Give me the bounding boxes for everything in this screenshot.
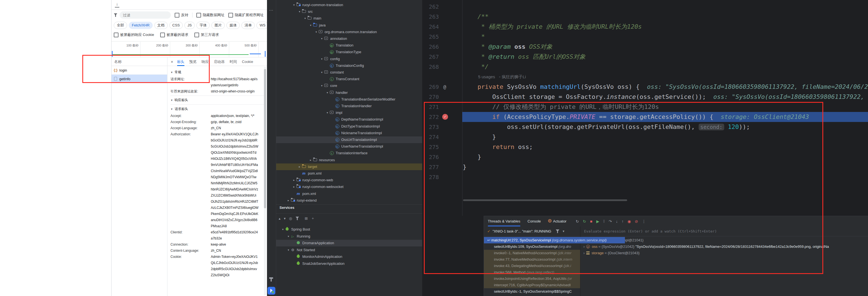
service-spring-boot[interactable]: ▾Spring Boot <box>276 226 427 233</box>
code-line-270[interactable]: OssClient storage = OssFactory.instance(… <box>462 92 868 102</box>
pause-icon[interactable]: ‖ <box>603 219 605 223</box>
services-icon[interactable] <box>268 287 275 295</box>
tree-item-ruoyi-common-web[interactable]: ▸ruoyi-common-web <box>276 177 422 184</box>
type-chip-[interactable]: 文档 <box>154 22 168 29</box>
code-line-278[interactable] <box>462 172 868 182</box>
tree-item-core[interactable]: ▾core <box>276 82 422 89</box>
tree-item-resources[interactable]: ▸resources <box>276 157 422 163</box>
network-filter-input[interactable] <box>120 11 171 19</box>
type-chip-ws[interactable]: WS <box>256 22 268 29</box>
tree-item-nicknametranslationimpl[interactable]: CNicknameTranslationImpl <box>276 130 422 136</box>
evaluate-expression-bar[interactable]: Evaluate expression (Enter) or add a wat… <box>580 226 868 236</box>
more-ellipsis-icon[interactable]: ⋯ <box>269 8 273 13</box>
detail-tab-响应[interactable]: 响应 <box>202 57 209 66</box>
tree-item-config[interactable]: ▾config <box>276 56 422 62</box>
variable-row-storage[interactable]: ›storage = {OssClient@21043} <box>580 250 868 256</box>
stack-frame-2[interactable]: invoke0:-1, NativeMethodAccessorImpl (jd… <box>484 250 580 256</box>
stop-icon[interactable]: ■ <box>590 219 592 223</box>
type-chip-css[interactable]: CSS <box>169 22 183 29</box>
type-chip-fetchxhr[interactable]: Fetch/XHR <box>129 22 153 29</box>
tree-item-ruoyi-extend[interactable]: ▸ruoyi-extend <box>276 197 422 204</box>
variable-row-oss[interactable]: ›poss = {SysOssVo@21042} "SysOssVo(ossId… <box>580 243 868 250</box>
stack-frame-9[interactable]: translation:25, OssUrlTranslationImpl (o… <box>484 295 580 296</box>
tree-item-pom-xml[interactable]: mpom.xml <box>276 190 422 197</box>
code-line-275[interactable]: return oss; <box>462 142 868 152</box>
code-line-262[interactable] <box>462 2 868 12</box>
filter-icon[interactable] <box>296 217 299 220</box>
thread-filter-icon[interactable] <box>556 230 559 233</box>
code-line-271[interactable]: // 仅修改桶类型为 private 的URL，临时URL时长为120s <box>462 102 868 112</box>
code-line-267[interactable]: * @return oss 匹配Url的OSS对象 <box>462 52 868 62</box>
code-line-264[interactable]: * 桶类型为 private 的URL 修改为临时URL时长为120s <box>462 22 868 32</box>
tree-item-ruoyi-common-websocket[interactable]: ▸ruoyi-common-websocket <box>276 184 422 190</box>
tree-item-translationinterface[interactable]: ITranslationInterface <box>276 150 422 157</box>
code-line-274[interactable]: } <box>462 132 868 142</box>
type-chip-[interactable]: 字体 <box>196 22 210 29</box>
stack-frame-1[interactable]: selectUrlByIds:109, SysOssServiceImpl (o… <box>484 243 580 250</box>
type-chip-[interactable]: 媒体 <box>226 22 240 29</box>
detail-scrollbar[interactable] <box>264 67 266 295</box>
request-row-getInfo[interactable]: getInfo <box>112 75 167 83</box>
expand-icon[interactable]: ▴ <box>279 216 281 220</box>
stack-frame-4[interactable]: invoke:43, DelegatingMethodAccessorImpl … <box>484 263 580 269</box>
type-chip-[interactable]: 全部 <box>114 22 127 29</box>
close-icon[interactable]: × <box>171 59 173 64</box>
code-line-272[interactable]: if (AccessPolicyType.PRIVATE == storage.… <box>462 112 868 122</box>
tree-item-translation[interactable]: @Translation <box>276 42 422 49</box>
code-line-277[interactable]: } <box>462 162 868 172</box>
annotated-gutter-icon[interactable]: @ <box>443 82 449 92</box>
debugger-tab-actuator[interactable]: Actuator <box>548 216 566 226</box>
service-monitoradminapplication[interactable]: MonitorAdminApplication <box>276 253 438 260</box>
code-line-276[interactable]: } <box>462 152 868 162</box>
tree-item-transconstant[interactable]: ITransConstant <box>276 76 422 82</box>
stack-frame-8[interactable]: selectUrlByIds:-1, SysOssServiceImpl$$Sp… <box>484 288 580 295</box>
code-line-263[interactable]: /** <box>462 12 868 22</box>
tree-item-main[interactable]: ▾main <box>276 15 422 22</box>
service-snailjobserverapplication[interactable]: SnailJobServerApplication <box>276 260 438 267</box>
code-line-268[interactable]: */ <box>462 62 868 72</box>
headers-section-title[interactable]: ▼请求标头 <box>170 106 265 112</box>
tree-item-deptnametranslationimpl[interactable]: CDeptNameTranslationImpl <box>276 116 422 123</box>
debugger-tab-console[interactable]: Console <box>528 216 541 226</box>
tree-item-impl[interactable]: ▾impl <box>276 109 422 116</box>
detail-tab-Cookie[interactable]: Cookie <box>242 57 253 66</box>
code-line-273[interactable]: oss.setUrl(storage.getPrivateUrl(oss.get… <box>462 122 868 132</box>
inlay-hint-usages[interactable]: 5 usages◦疯狂的狮子Li <box>463 72 526 82</box>
thread-selector[interactable]: ✓ "XNIO-1 task-3"... "main": RUNNING ▼ <box>484 226 580 236</box>
tree-item-annotation[interactable]: ▾annotation <box>276 35 422 42</box>
tree-item-ruoyi-common-translation[interactable]: ▾ruoyi-common-translation <box>276 2 422 8</box>
scrollbar-thumb[interactable] <box>264 69 266 208</box>
resume-icon[interactable]: ▶ <box>596 219 599 223</box>
stack-frame-5[interactable]: invoke:568, Method (java.lang.reflect) <box>484 269 580 275</box>
code-line-265[interactable]: * <box>462 32 868 42</box>
stack-frame-6[interactable]: invokeJoinpointUsingReflection:354, AopU… <box>484 275 580 282</box>
tree-item-target[interactable]: ▸target <box>276 163 422 170</box>
stack-frame-3[interactable]: invoke:77, NativeMethodAccessorImpl (jdk… <box>484 256 580 263</box>
invert-checkbox[interactable]: 反转 <box>175 12 188 18</box>
stack-frame-7[interactable]: intercept:716, CglibAopProxy$DynamicAdvi… <box>484 282 580 288</box>
tree-item-translationhandler[interactable]: CTranslationHandler <box>276 103 422 109</box>
code-line-266[interactable]: * @param oss OSS对象 <box>462 42 868 52</box>
hide-data-urls-checkbox[interactable]: 隐藏数据网址 <box>196 12 224 18</box>
request-table-name-header[interactable]: 名称 <box>112 57 167 66</box>
breakpoint-icon[interactable]: ✓ <box>442 114 448 120</box>
blocked-checkbox-0[interactable]: 被屏蔽的响应 Cookie <box>114 32 154 37</box>
build-hammer-icon[interactable] <box>269 277 273 281</box>
step-over-icon[interactable]: ↷ <box>609 219 612 223</box>
view-breakpoints-icon[interactable]: ◉ <box>627 219 631 223</box>
step-into-icon[interactable]: ↓ <box>616 219 618 223</box>
step-out-icon[interactable]: ↑ <box>622 219 623 223</box>
stack-frame-0[interactable]: ↩ matchingUrl:272, SysOssServiceImpl (or… <box>484 237 625 243</box>
tree-item-java[interactable]: ▾java <box>276 22 422 29</box>
hide-extension-urls-checkbox[interactable]: 隐藏扩展程序网址 <box>228 12 264 18</box>
type-chip-[interactable]: 图片 <box>211 22 225 29</box>
tree-item-translationtype[interactable]: @TranslationType <box>276 49 422 55</box>
service-running[interactable]: ▾▷Running <box>276 233 432 240</box>
tree-item-pom-xml[interactable]: mpom.xml <box>276 170 422 177</box>
download-icon[interactable]: ↓ <box>115 2 119 7</box>
detail-tab-启动器[interactable]: 启动器 <box>214 57 225 66</box>
tree-item-constant[interactable]: ▾constant <box>276 69 422 76</box>
more-icon[interactable]: ⋮ <box>642 219 646 223</box>
detail-tab-时间[interactable]: 时间 <box>230 57 237 66</box>
debugger-tab-threads---variables[interactable]: Threads & Variables <box>488 216 520 226</box>
